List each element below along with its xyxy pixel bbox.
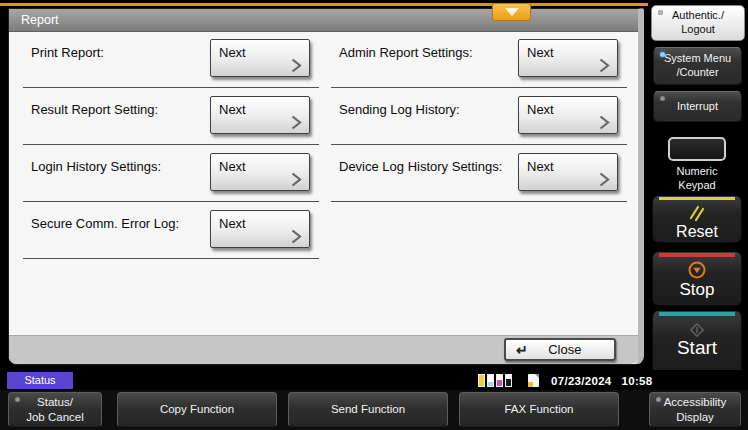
accent-top-line xyxy=(0,3,648,6)
led-indicator xyxy=(656,397,661,402)
reset-slashes-icon xyxy=(687,203,707,223)
row-label: Device Log History Settings: xyxy=(339,159,502,174)
chevron-right-icon xyxy=(291,115,302,130)
setting-row-print-report: Print Report: Next xyxy=(23,31,319,88)
led-indicator xyxy=(15,397,20,402)
chevron-right-icon xyxy=(599,115,610,130)
numeric-keypad-button[interactable] xyxy=(668,137,726,161)
row-label: Secure Comm. Error Log: xyxy=(31,216,179,231)
chevron-down-icon xyxy=(505,8,519,16)
paper-source-icon xyxy=(528,374,539,387)
return-icon: ↵ xyxy=(516,342,528,358)
setting-row-secure-comm-error-log: Secure Comm. Error Log: Next xyxy=(23,202,319,259)
numeric-keypad-label: Numeric Keypad xyxy=(651,165,743,193)
row-label: Admin Report Settings: xyxy=(339,45,473,60)
settings-column-left: Print Report: Next Result Report Setting… xyxy=(23,31,319,259)
next-button-secure-comm-error-log[interactable]: Next xyxy=(210,210,310,248)
row-label: Result Report Setting: xyxy=(31,102,158,117)
next-button-print-report[interactable]: Next xyxy=(210,39,310,77)
authentic-logout-button[interactable]: Authentic./ Logout xyxy=(651,5,745,41)
scroll-down-tab[interactable] xyxy=(492,3,531,21)
row-label: Login History Settings: xyxy=(31,159,161,174)
interrupt-button[interactable]: Interrupt xyxy=(653,91,742,122)
status-time: 10:58 xyxy=(622,375,653,387)
page-title: Report xyxy=(21,13,59,27)
row-label: Print Report: xyxy=(31,45,104,60)
toner-black-indicator xyxy=(505,374,512,387)
status-job-cancel-button[interactable]: Status/ Job Cancel xyxy=(8,392,102,427)
stop-icon xyxy=(687,260,707,280)
next-button-login-history-settings[interactable]: Next xyxy=(210,153,310,191)
status-date: 07/23/2024 xyxy=(551,375,612,387)
toner-yellow-indicator xyxy=(478,374,485,387)
led-indicator xyxy=(658,10,663,15)
close-button[interactable]: ↵ Close xyxy=(504,338,616,361)
toner-magenta-indicator xyxy=(496,374,503,387)
start-icon xyxy=(686,319,708,339)
chevron-right-icon xyxy=(599,172,610,187)
chevron-right-icon xyxy=(291,229,302,244)
system-menu-counter-button[interactable]: System Menu /Counter xyxy=(653,47,742,85)
toner-cyan-indicator xyxy=(487,374,494,387)
status-tab: Status xyxy=(7,372,73,389)
setting-row-device-log-history-settings: Device Log History Settings: Next xyxy=(331,145,627,202)
next-button-device-log-history-settings[interactable]: Next xyxy=(518,153,618,191)
chevron-right-icon xyxy=(291,58,302,73)
fax-function-button[interactable]: FAX Function xyxy=(459,392,619,427)
next-button-result-report-setting[interactable]: Next xyxy=(210,96,310,134)
copy-function-button[interactable]: Copy Function xyxy=(117,392,277,427)
start-button[interactable]: Start xyxy=(652,311,742,374)
panel-titlebar: Report xyxy=(9,9,638,32)
panel-footer: ↵ Close xyxy=(9,335,638,364)
send-function-button[interactable]: Send Function xyxy=(288,392,448,427)
setting-row-admin-report-settings: Admin Report Settings: Next xyxy=(331,31,627,88)
next-button-sending-log-history[interactable]: Next xyxy=(518,96,618,134)
led-indicator xyxy=(660,96,665,101)
chevron-right-icon xyxy=(291,172,302,187)
setting-row-sending-log-history: Sending Log History: Next xyxy=(331,88,627,145)
next-button-admin-report-settings[interactable]: Next xyxy=(518,39,618,77)
accessibility-display-button[interactable]: Accessibility Display xyxy=(649,392,741,427)
setting-row-result-report-setting: Result Report Setting: Next xyxy=(23,88,319,145)
status-indicators: 07/23/2024 10:58 xyxy=(478,373,652,388)
stop-button[interactable]: Stop xyxy=(652,252,742,306)
chevron-right-icon xyxy=(599,58,610,73)
report-panel: Report Print Report: Next Result Report … xyxy=(8,8,644,365)
led-indicator-on xyxy=(660,52,665,57)
setting-row-login-history-settings: Login History Settings: Next xyxy=(23,145,319,202)
row-label: Sending Log History: xyxy=(339,102,460,117)
settings-column-right: Admin Report Settings: Next Sending Log … xyxy=(331,31,627,202)
reset-button[interactable]: Reset xyxy=(652,196,742,243)
